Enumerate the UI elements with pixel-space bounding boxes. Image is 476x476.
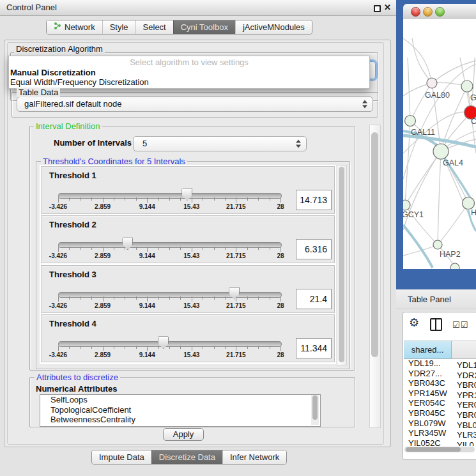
threshold-label: Threshold 2	[49, 220, 96, 229]
number-of-intervals-value: 5	[134, 137, 306, 151]
tab-discretize-data[interactable]: Discretize Data	[151, 450, 222, 464]
node-label-partial-red: C	[471, 117, 476, 126]
numerical-attributes-label: Numerical Attributes	[36, 384, 117, 394]
threshold-label: Threshold 4	[49, 319, 96, 328]
tab-infer-network[interactable]: Infer Network	[222, 450, 286, 464]
table-data-combobox[interactable]: galFiltered.sif default node	[17, 96, 373, 112]
discretization-algorithm-group-title: Discretization Algorithm	[14, 44, 105, 54]
threshold-value-field[interactable]	[296, 190, 332, 210]
attribute-item[interactable]: SelfLoops	[40, 395, 320, 405]
combo-arrows-icon	[296, 140, 301, 148]
close-traffic-light-icon[interactable]	[411, 7, 420, 17]
node-label-gal80: GAL80	[425, 91, 450, 100]
table-panel-title: Table Panel	[408, 295, 451, 304]
attribute-item[interactable]: TopologicalCoefficient	[40, 405, 320, 415]
algorithm-option-manual[interactable]: Manual Discretization	[10, 68, 96, 77]
algorithm-option-equal-width[interactable]: Equal Width/Frequency Discretization	[10, 77, 149, 87]
number-of-intervals-combobox[interactable]: 5	[133, 136, 307, 151]
slider-tick-labels: -3.4262.8599.14415.4321.71528	[42, 302, 334, 310]
threshold-stack: Threshold 1-3.4262.8599.14415.4321.71528…	[40, 165, 336, 364]
tab-select[interactable]: Select	[135, 20, 173, 34]
table-row[interactable]: YDL19...YDL1	[404, 358, 476, 369]
table-row[interactable]: YIL052CYIL0	[404, 438, 476, 446]
table-horizontal-scrollbar[interactable]	[404, 447, 475, 452]
table-row[interactable]: YLR345WYLR3	[404, 428, 476, 438]
node-right-mid[interactable]	[463, 197, 475, 210]
column-header-name[interactable]: n	[452, 341, 476, 359]
float-window-icon[interactable]	[374, 5, 381, 12]
node-top-right[interactable]	[461, 81, 473, 92]
table-row[interactable]: YPR145WYPR1	[404, 388, 476, 399]
select-columns-checkboxes-icon[interactable]: ☑☑	[452, 320, 468, 330]
table-row[interactable]: YBR043CYBR0	[404, 378, 476, 388]
tab-jactivemnodules-label: jActiveMNodules	[243, 20, 305, 34]
maximize-traffic-light-icon[interactable]	[435, 7, 445, 17]
tab-cyni-toolbox[interactable]: Cyni Toolbox	[173, 20, 235, 34]
slider-tick-labels: -3.4262.8599.14415.4321.71528	[42, 203, 334, 211]
tab-cyni-toolbox-label: Cyni Toolbox	[181, 20, 228, 34]
close-icon[interactable]: ✕	[384, 3, 391, 12]
algorithm-dropdown-popup: Select algorithm to view settings Manual…	[8, 56, 370, 89]
threshold-label: Threshold 3	[49, 270, 96, 279]
slider-tick-labels: -3.4262.8599.14415.4321.71528	[42, 351, 334, 359]
interval-definition-group-title: Interval Definition	[34, 121, 102, 131]
algorithm-placeholder-option[interactable]: Select algorithm to view settings	[9, 58, 369, 67]
control-panel-titlebar: Control Panel ✕	[0, 0, 396, 16]
attributes-group-title: Attributes to discretize	[35, 372, 120, 382]
thresholds-scrollbar[interactable]	[337, 165, 347, 365]
table-row[interactable]: YBR045CYBR0	[404, 408, 476, 418]
tab-impute-data-label: Impute Data	[99, 450, 144, 464]
table-row[interactable]: YDR27...YDR2	[404, 369, 476, 379]
node-label-gcy1: GCY1	[403, 210, 424, 219]
threshold-label: Threshold 1	[49, 171, 96, 180]
node-gal11[interactable]	[405, 116, 416, 127]
node-hap2[interactable]	[433, 240, 442, 249]
number-of-intervals-label: Number of Intervals	[54, 138, 132, 148]
tab-select-label: Select	[143, 20, 166, 34]
node-gcy1[interactable]	[403, 200, 410, 210]
threshold-value-field[interactable]	[296, 338, 332, 358]
attributes-list-scrollbar[interactable]	[311, 395, 319, 425]
node-label-partial-top: GA	[470, 93, 476, 102]
threshold-value-field[interactable]	[296, 289, 332, 309]
column-header-shared-name[interactable]: shared...	[404, 341, 452, 359]
node-gal4[interactable]	[433, 144, 449, 159]
settings-gear-icon[interactable]: ⚙	[409, 317, 419, 328]
tab-impute-data[interactable]: Impute Data	[92, 450, 151, 464]
table-data-selected-value: galFiltered.sif default node	[17, 97, 372, 111]
panel-scrollbar[interactable]	[369, 125, 381, 428]
tab-style[interactable]: Style	[102, 20, 135, 34]
tab-infer-network-label: Infer Network	[230, 450, 279, 464]
table-row[interactable]: YBL079WYBL0	[404, 418, 476, 429]
node-label-hap2: HAP2	[440, 250, 461, 259]
threshold-panel: Threshold 3-3.4262.8599.14415.4321.71528	[41, 265, 335, 313]
numerical-attributes-list: SelfLoopsTopologicalCoefficientBetweenne…	[40, 394, 321, 427]
threshold-value-field[interactable]	[296, 239, 332, 259]
tab-style-label: Style	[110, 20, 128, 34]
tab-jactivemnodules[interactable]: jActiveMNodules	[235, 20, 312, 34]
minimize-traffic-light-icon[interactable]	[423, 7, 433, 17]
network-icon	[54, 20, 61, 34]
tab-network[interactable]: Network	[47, 20, 102, 34]
slider-tick-labels: -3.4262.8599.14415.4321.71528	[42, 252, 334, 260]
table-rows: YDL19...YDL1YDR27...YDR2YBR043CYBR0YPR14…	[404, 358, 476, 446]
node-label-partial-right: H	[471, 208, 476, 217]
cyni-mode-tabs: Impute Data Discretize Data Infer Networ…	[91, 450, 287, 464]
threshold-panel: Threshold 1-3.4262.8599.14415.4321.71528	[41, 166, 335, 214]
node-label-gal4: GAL4	[443, 158, 463, 167]
table-data-group-title: Table Data	[17, 88, 60, 97]
node-gal80[interactable]	[427, 78, 437, 88]
control-panel-tabs: Network Style Select Cyni Toolbox jActiv…	[46, 20, 312, 35]
table-row[interactable]: YER054CYER0	[404, 398, 476, 408]
column-layout-icon[interactable]	[430, 318, 442, 331]
network-window-titlebar[interactable]	[403, 4, 476, 20]
panel-title: Control Panel	[6, 3, 57, 12]
node-bottom[interactable]	[450, 263, 459, 269]
node-label-gal11: GAL11	[411, 128, 435, 137]
attribute-item[interactable]: BetweennessCentrality	[40, 415, 320, 425]
threshold-panel: Threshold 4-3.4262.8599.14415.4321.71528	[41, 314, 335, 362]
table-panel-header: Table Panel	[396, 289, 476, 309]
network-view[interactable]: GAL80 GAL11 GAL4 GCY1 HAP2 GA C H	[403, 19, 476, 269]
tab-network-label: Network	[65, 20, 95, 34]
apply-button[interactable]: Apply	[163, 428, 204, 441]
